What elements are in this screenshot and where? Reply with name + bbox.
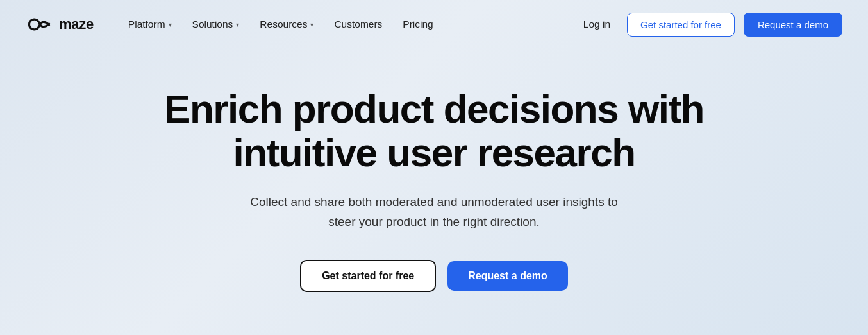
chevron-down-icon: ▾: [236, 21, 239, 28]
nav-links: Platform ▾ Solutions ▾ Resources ▾ Custo…: [119, 13, 442, 35]
nav-get-started-button[interactable]: Get started for free: [627, 13, 735, 37]
hero-get-started-button[interactable]: Get started for free: [300, 260, 436, 292]
nav-right: Log in Get started for free Request a de…: [576, 13, 842, 37]
brand-name: maze: [59, 16, 94, 33]
nav-label-platform: Platform: [128, 19, 165, 30]
maze-logo-icon: [26, 15, 53, 33]
nav-item-solutions[interactable]: Solutions ▾: [183, 13, 249, 35]
nav-link-pricing[interactable]: Pricing: [394, 13, 442, 35]
hero-cta-group: Get started for free Request a demo: [300, 260, 568, 292]
hero-title-line1: Enrich product decisions with: [164, 87, 704, 131]
nav-label-pricing: Pricing: [403, 19, 433, 30]
nav-item-resources[interactable]: Resources ▾: [251, 13, 322, 35]
hero-request-demo-button[interactable]: Request a demo: [447, 261, 568, 291]
nav-label-solutions: Solutions: [192, 19, 233, 30]
hero-subtitle: Collect and share both moderated and unm…: [235, 193, 633, 232]
nav-item-pricing[interactable]: Pricing: [394, 13, 442, 35]
nav-link-customers[interactable]: Customers: [325, 13, 391, 35]
nav-label-customers: Customers: [334, 19, 382, 30]
nav-item-platform[interactable]: Platform ▾: [119, 13, 181, 35]
nav-link-platform[interactable]: Platform ▾: [119, 13, 181, 35]
nav-request-demo-button[interactable]: Request a demo: [744, 13, 842, 37]
login-button[interactable]: Log in: [576, 13, 618, 35]
nav-left: maze Platform ▾ Solutions ▾ Resources ▾: [26, 13, 442, 35]
logo-link[interactable]: maze: [26, 15, 94, 33]
nav-label-resources: Resources: [260, 19, 307, 30]
hero-title: Enrich product decisions with intuitive …: [164, 87, 704, 175]
navbar: maze Platform ▾ Solutions ▾ Resources ▾: [0, 0, 868, 49]
nav-link-solutions[interactable]: Solutions ▾: [183, 13, 249, 35]
hero-section: Enrich product decisions with intuitive …: [0, 49, 868, 335]
hero-title-line2: intuitive user research: [233, 130, 635, 175]
nav-link-resources[interactable]: Resources ▾: [251, 13, 322, 35]
chevron-down-icon: ▾: [310, 21, 313, 28]
nav-item-customers[interactable]: Customers: [325, 13, 391, 35]
chevron-down-icon: ▾: [169, 21, 172, 28]
